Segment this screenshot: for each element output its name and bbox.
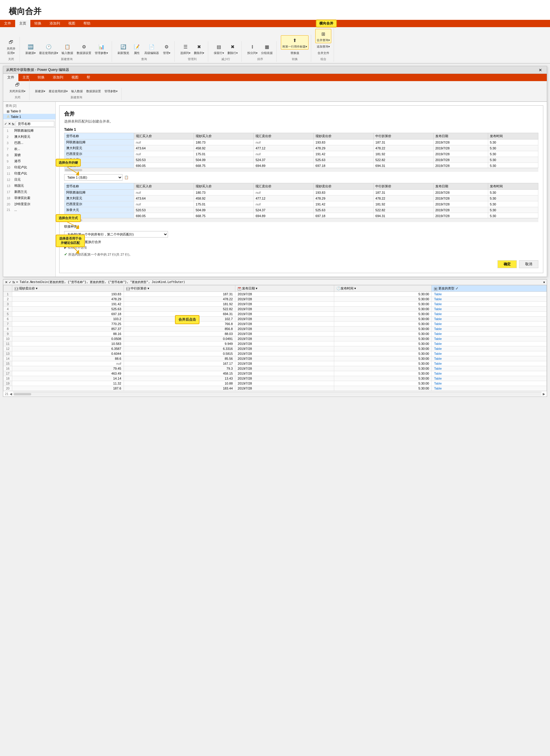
merge-files-button[interactable]: 合并文件 (316, 50, 331, 56)
col-changed-type-header-grid[interactable]: ▤更改的类型 ⤢ (432, 285, 547, 292)
sidebar-row-2[interactable]: 2澳大利亚元 (3, 134, 55, 140)
col-cash-sell-header[interactable]: 现钞卖出价 (313, 133, 373, 139)
col2-forex-buy-header[interactable]: 现汇买入价 (134, 183, 194, 190)
inner-input-button[interactable]: 输入数据 (70, 88, 84, 94)
formula-input[interactable] (16, 121, 54, 127)
changed-type-cell[interactable]: Table (432, 302, 547, 307)
col-pub-date-header-grid[interactable]: 📅发布日期 ▾ (235, 285, 334, 292)
changed-type-cell[interactable]: Table (432, 331, 547, 336)
col-cash-buy-header[interactable]: 现钞买入价 (194, 133, 254, 139)
col-pub-time-header[interactable]: 发布时间 (488, 133, 538, 139)
col2-mid-rate-header[interactable]: 中行折算价 (373, 183, 433, 190)
col-cash-sell-header-grid[interactable]: 1.2现钞卖出价 ▾ (12, 285, 124, 292)
sidebar-row-18[interactable]: 18菲律宾比索 (3, 195, 55, 201)
col-mid-rate-header-grid[interactable]: 1.2中行折算价 ▾ (124, 285, 235, 292)
properties-button[interactable]: 📝 属性 (131, 42, 142, 56)
formula-x-icon[interactable]: ✕ (5, 280, 8, 284)
grid-scrollbar-h[interactable] (13, 392, 542, 396)
changed-type-cell[interactable]: Table (432, 376, 547, 381)
changed-type-cell[interactable]: Table (432, 312, 547, 317)
split-col-button[interactable]: ⫿ 拆分列▾ (246, 42, 259, 56)
ribbon-tab-view[interactable]: 视图 (64, 20, 79, 27)
col-forex-buy-header[interactable]: 现汇买入价 (134, 133, 194, 139)
group-by-button[interactable]: ▦ 分组依据 (260, 42, 274, 56)
inner-tab-transform[interactable]: 转换 (34, 74, 49, 81)
sidebar-item-table0[interactable]: ▤ Table 0 (3, 109, 55, 114)
col2-currency-name-header[interactable]: 货币名称 (64, 183, 134, 190)
keep-rows-button[interactable]: ▤ 保留行▾ (212, 42, 226, 56)
formula-expand-icon[interactable]: ▾ (543, 280, 545, 284)
sidebar-item-table1[interactable]: ⚠ Table 1 (3, 114, 55, 119)
inner-close-apply-button[interactable]: 🗗 关闭并应用▾ (8, 80, 27, 94)
inner-tab-addcol[interactable]: 添加列 (49, 74, 67, 81)
inner-datasource-button[interactable]: 数据源设置 (85, 88, 102, 94)
col2-pub-time-header[interactable]: 发布时间 (488, 183, 538, 190)
changed-type-cell[interactable]: Table (432, 336, 547, 341)
changed-type-cell[interactable]: Table (432, 317, 547, 322)
inner-tab-view[interactable]: 视图 (67, 74, 83, 81)
col-currency-name-header[interactable]: 货币名称 (64, 133, 134, 139)
inner-tab-help[interactable]: 帮 (83, 74, 94, 81)
col-mid-rate-header[interactable]: 中行折算价 (373, 133, 433, 139)
input-data-button[interactable]: 📋 输入数据 (60, 42, 75, 56)
sidebar-row-10[interactable]: 10印尼卢比 (3, 164, 55, 170)
changed-type-cell[interactable]: Table (432, 292, 547, 297)
merge-query-button[interactable]: ⊞ 合并查询▾ (315, 29, 331, 43)
inner-params-button[interactable]: 管理参数▾ (103, 88, 119, 94)
recent-sources-button[interactable]: 🕐 最近使用的源▾ (38, 42, 60, 56)
inner-new-source-button[interactable]: 新建源▾ (34, 88, 47, 94)
sidebar-row-8[interactable]: 8英镑 (3, 152, 55, 158)
delete-rows-button[interactable]: ✖ 删除行▾ (226, 42, 239, 56)
ribbon-tab-home[interactable]: 主页 (15, 20, 30, 27)
changed-type-cell[interactable]: Table (432, 371, 547, 376)
manage-params-button[interactable]: 📊 管理参数▾ (93, 42, 109, 56)
changed-type-cell[interactable]: Table (432, 341, 547, 346)
table2-scrollbar[interactable] (64, 218, 538, 222)
changed-type-cell[interactable]: Table (432, 322, 547, 327)
datasource-settings-button[interactable]: ⚙ 数据源设置 (75, 42, 93, 56)
col-forex-sell-header[interactable]: 现汇卖出价 (254, 133, 313, 139)
merge-cancel-button[interactable]: 取消 (519, 260, 538, 268)
col-pub-date-header[interactable]: 发布日期 (433, 133, 488, 139)
formula-check-icon2[interactable]: ✓ (9, 280, 11, 284)
first-row-header-button[interactable]: ⬆ 将第一行用作标题▾ (281, 35, 308, 50)
col-pub-time-header-grid[interactable]: 🕐发布时间 ▾ (334, 285, 432, 292)
replace-values-button[interactable]: 替换值 (289, 50, 301, 56)
ribbon-tab-help[interactable]: 帮助 (79, 20, 95, 27)
grid-scroll-container[interactable]: 1.2现钞卖出价 ▾ 1.2中行折算价 ▾ 📅发布日期 ▾ 🕐发布时间 ▾ ▤更… (3, 285, 547, 391)
table1-scrollbar[interactable] (64, 168, 538, 172)
changed-type-cell[interactable]: Table (432, 386, 547, 391)
sidebar-row-12[interactable]: 12日元 (3, 177, 55, 183)
refresh-preview-button[interactable]: 🔄 刷新预览 (116, 42, 131, 56)
expand-changed-type-icon[interactable]: ⤢ (455, 287, 458, 290)
sidebar-row-17[interactable]: 17新西兰元 (3, 189, 55, 195)
append-query-button[interactable]: 追加查询▾ (315, 44, 331, 50)
changed-type-cell[interactable]: Table (432, 356, 547, 361)
ribbon-tab-addcol[interactable]: 添加列 (46, 20, 64, 27)
formula-check-icon[interactable]: ✓ (4, 122, 7, 126)
col2-cash-buy-header[interactable]: 现钞买入价 (194, 183, 254, 190)
sidebar-row-21[interactable]: 21... (3, 207, 55, 212)
col2-forex-sell-header[interactable]: 现汇卖出价 (254, 183, 313, 190)
changed-type-cell[interactable]: Table (432, 381, 547, 386)
sidebar-row-3[interactable]: 3巴西... (3, 140, 55, 146)
merge-ok-button[interactable]: 确定 (497, 260, 517, 268)
sidebar-row-13[interactable]: 13韩国元 (3, 183, 55, 189)
ribbon-tab-file[interactable]: 文件 (0, 20, 15, 27)
delete-cols-button[interactable]: ✖ 删除列▾ (193, 42, 206, 56)
inner-recent-button[interactable]: 最近使用的源▾ (47, 88, 69, 94)
select-cols-button[interactable]: ☰ 选择列▾ (179, 42, 192, 56)
col2-cash-sell-header[interactable]: 现钞卖出价 (313, 183, 373, 190)
sidebar-row-1[interactable]: 1阿联酋迪拉姆 (3, 128, 55, 134)
changed-type-cell[interactable]: Table (432, 346, 547, 351)
sidebar-row-9[interactable]: 9港币 (3, 158, 55, 164)
ribbon-tab-transform[interactable]: 转换 (30, 20, 46, 27)
changed-type-cell[interactable]: Table (432, 366, 547, 371)
sidebar-row-7[interactable]: 7欢... (3, 146, 55, 152)
close-apply-button[interactable]: 🗗 关闭并 应用▾ (5, 37, 17, 56)
manage-button[interactable]: ⚙ 管理▾ (161, 42, 172, 56)
changed-type-cell[interactable]: Table (432, 327, 547, 331)
sidebar-row-11[interactable]: 11印度卢比 (3, 170, 55, 177)
pq-close-button[interactable]: ✕ (537, 68, 544, 72)
changed-type-cell[interactable]: Table (432, 307, 547, 312)
